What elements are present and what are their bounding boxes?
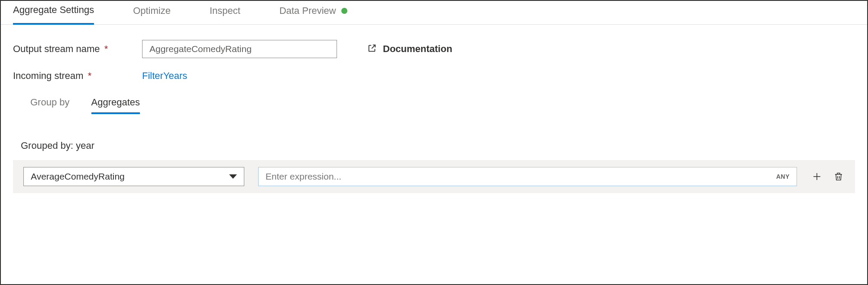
incoming-stream-row: Incoming stream * FilterYears (13, 70, 855, 82)
row-actions (811, 170, 845, 183)
trash-icon (833, 171, 844, 182)
label-text: Incoming stream (13, 70, 84, 81)
sub-tab-group-by[interactable]: Group by (30, 97, 70, 114)
aggregate-settings-panel: Aggregate Settings Optimize Inspect Data… (0, 0, 868, 285)
tab-inspect[interactable]: Inspect (210, 1, 240, 25)
chevron-down-icon (229, 174, 237, 179)
output-stream-name-input[interactable] (142, 40, 337, 58)
label-text: Output stream name (13, 43, 100, 54)
external-link-icon (367, 43, 377, 55)
incoming-stream-value[interactable]: FilterYears (142, 70, 187, 82)
delete-button[interactable] (832, 170, 845, 183)
required-asterisk: * (88, 70, 92, 81)
status-dot-icon (341, 8, 347, 14)
sub-tab-label: Group by (30, 97, 70, 108)
add-button[interactable] (811, 170, 823, 183)
tab-label: Optimize (133, 5, 171, 16)
content-area: Output stream name * Documentation Incom… (1, 25, 867, 193)
tab-data-preview[interactable]: Data Preview (279, 1, 347, 25)
tab-label: Aggregate Settings (13, 4, 94, 16)
sub-tab-label: Aggregates (91, 97, 140, 108)
type-badge: ANY (776, 173, 790, 180)
output-stream-label: Output stream name * (13, 43, 142, 55)
tab-label: Data Preview (279, 5, 336, 16)
sub-tab-bar: Group by Aggregates (30, 97, 855, 114)
top-tab-bar: Aggregate Settings Optimize Inspect Data… (1, 1, 867, 25)
incoming-stream-label: Incoming stream * (13, 70, 142, 82)
output-stream-row: Output stream name * Documentation (13, 40, 855, 58)
documentation-text: Documentation (383, 43, 452, 55)
aggregate-column-select[interactable]: AverageComedyRating (23, 167, 244, 186)
required-asterisk: * (104, 43, 108, 54)
expression-input[interactable]: Enter expression... ANY (258, 167, 797, 186)
tab-label: Inspect (210, 5, 240, 16)
plus-icon (812, 171, 822, 182)
sub-tab-aggregates[interactable]: Aggregates (91, 97, 140, 114)
tab-aggregate-settings[interactable]: Aggregate Settings (13, 1, 94, 25)
documentation-link[interactable]: Documentation (367, 43, 452, 55)
column-select-value: AverageComedyRating (31, 171, 125, 182)
aggregate-row: AverageComedyRating Enter expression... … (13, 160, 855, 193)
tab-optimize[interactable]: Optimize (133, 1, 171, 25)
grouped-by-label: Grouped by: year (21, 140, 855, 151)
expression-placeholder: Enter expression... (266, 171, 341, 182)
